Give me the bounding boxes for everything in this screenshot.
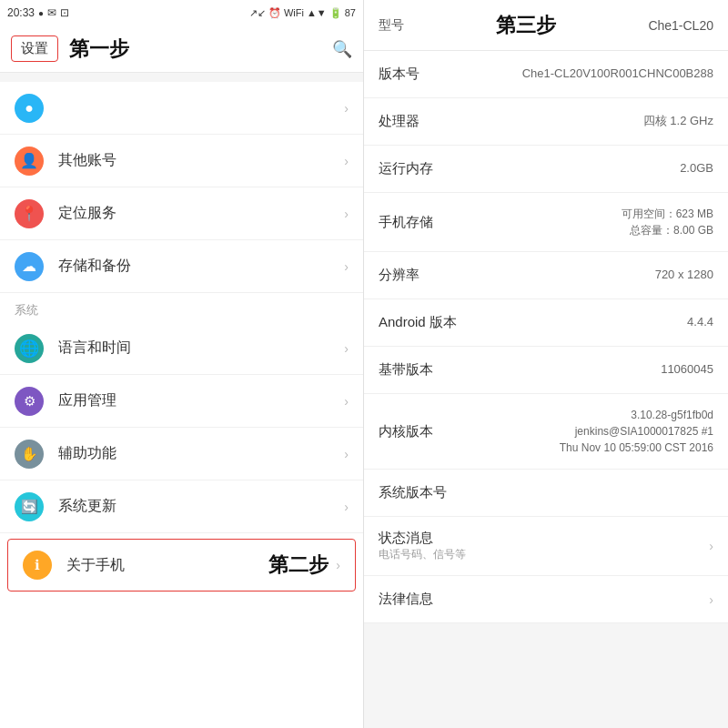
model-label: 型号 xyxy=(379,17,404,34)
info-row-legal[interactable]: 法律信息 › xyxy=(364,576,728,623)
status-bar: 20:33 ● ✉ ⊡ ↗↙ ⏰ WiFi ▲▼ 🔋 87 xyxy=(0,0,363,25)
time: 20:33 xyxy=(7,6,35,19)
apps-icon: ⚙ xyxy=(15,387,44,416)
signal-icon: ↗↙ xyxy=(249,7,266,19)
chevron-icon: › xyxy=(336,558,340,572)
menu-item-about[interactable]: ℹ 关于手机 第二步 › xyxy=(7,539,356,592)
chevron-icon: › xyxy=(344,207,349,221)
wifi-icon: WiFi xyxy=(284,7,304,18)
right-panel: 型号 第三步 Che1-CL20 版本号 Che1-CL20V100R001CH… xyxy=(364,0,728,728)
network-icon: ▲▼ xyxy=(307,7,327,18)
menu-item-location[interactable]: 📍 定位服务 › xyxy=(0,187,363,240)
battery-icon: 🔋 xyxy=(329,7,342,19)
chevron-icon: › xyxy=(344,500,349,514)
language-icon: 🌐 xyxy=(15,334,44,363)
info-row-status[interactable]: 状态消息 电话号码、信号等 › xyxy=(364,517,728,576)
chevron-icon: › xyxy=(344,101,349,116)
search-icon[interactable]: 🔍 xyxy=(332,39,352,59)
menu-item-update[interactable]: 🔄 系统更新 › xyxy=(0,480,363,533)
step1-label: 第一步 xyxy=(69,35,129,63)
screenshot-icon: ⊡ xyxy=(60,6,69,19)
about-icon: ℹ xyxy=(23,551,52,580)
menu-item-account[interactable]: 👤 其他账号 › xyxy=(0,135,363,187)
section-header-system: 系统 xyxy=(0,293,363,322)
chevron-icon: › xyxy=(344,394,349,409)
settings-button[interactable]: 设置 xyxy=(11,35,58,62)
menu-item-storage[interactable]: ☁ 存储和备份 › xyxy=(0,240,363,293)
battery-level: 87 xyxy=(345,7,356,18)
model-value: Che1-CL20 xyxy=(648,18,713,33)
info-row-ram: 运行内存 2.0GB xyxy=(364,146,728,193)
info-row-system-version: 系统版本号 xyxy=(364,470,728,517)
info-row-version-num: 版本号 Che1-CL20V100R001CHNC00B288 xyxy=(364,51,728,98)
update-icon: 🔄 xyxy=(15,492,44,521)
accessibility-icon: ✋ xyxy=(15,440,44,469)
chevron-icon: › xyxy=(709,592,713,607)
left-panel: 20:33 ● ✉ ⊡ ↗↙ ⏰ WiFi ▲▼ 🔋 87 设置 第一步 🔍 ●… xyxy=(0,0,364,728)
top-bar: 设置 第一步 🔍 xyxy=(0,25,363,73)
notification-dot: ● xyxy=(38,8,44,18)
account-icon: 👤 xyxy=(15,147,44,176)
about-label: 关于手机 xyxy=(66,556,258,575)
step3-label: 第三步 xyxy=(496,12,556,39)
storage-icon: ☁ xyxy=(15,252,44,281)
chevron-icon: › xyxy=(344,154,349,168)
info-row-resolution: 分辨率 720 x 1280 xyxy=(364,252,728,299)
chevron-icon: › xyxy=(709,539,713,553)
location-icon: 📍 xyxy=(15,199,44,228)
info-row-storage: 手机存储 可用空间：623 MB总容量：8.00 GB xyxy=(364,193,728,252)
top-icon: ● xyxy=(15,94,44,123)
mail-icon: ✉ xyxy=(47,6,56,19)
right-header: 型号 第三步 Che1-CL20 xyxy=(364,0,728,51)
chevron-icon: › xyxy=(344,341,349,356)
info-row-processor: 处理器 四核 1.2 GHz xyxy=(364,98,728,146)
menu-item-accessibility[interactable]: ✋ 辅助功能 › xyxy=(0,428,363,480)
chevron-icon: › xyxy=(344,259,349,274)
info-row-baseband: 基带版本 11060045 xyxy=(364,347,728,394)
info-row-android: Android 版本 4.4.4 xyxy=(364,299,728,347)
chevron-icon: › xyxy=(344,447,349,461)
info-row-kernel: 内核版本 3.10.28-g5f1fb0djenkins@SIA10000178… xyxy=(364,394,728,470)
step2-label: 第二步 xyxy=(268,551,329,579)
alarm-icon: ⏰ xyxy=(268,7,281,19)
menu-item-top[interactable]: ● › xyxy=(0,82,363,135)
menu-item-language[interactable]: 🌐 语言和时间 › xyxy=(0,322,363,375)
menu-item-apps[interactable]: ⚙ 应用管理 › xyxy=(0,375,363,428)
